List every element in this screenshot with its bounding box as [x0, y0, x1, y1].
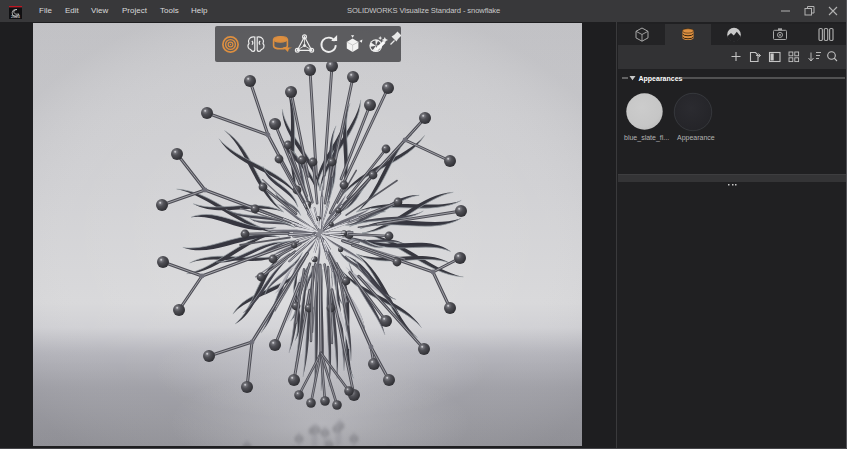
svg-text:Appearances: Appearances: [639, 75, 683, 83]
svg-text:2024: 2024: [11, 14, 21, 19]
